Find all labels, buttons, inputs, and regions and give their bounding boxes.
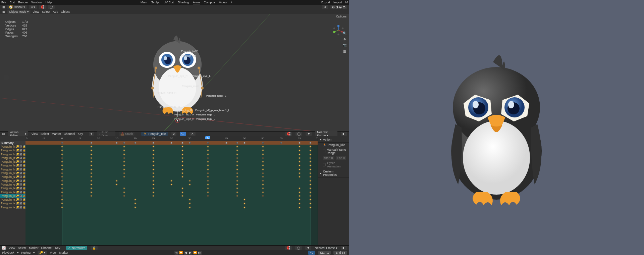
keyframe[interactable] bbox=[116, 142, 118, 144]
keyframe[interactable] bbox=[244, 202, 246, 205]
start-frame-input[interactable]: Start 0 bbox=[323, 156, 334, 160]
channel-toggle[interactable]: 🔑 bbox=[16, 149, 19, 152]
keyframe[interactable] bbox=[152, 161, 155, 163]
channel-toggle[interactable]: 🔑 bbox=[16, 160, 19, 163]
keyframe[interactable] bbox=[236, 191, 238, 193]
dope-menu[interactable]: Select bbox=[41, 132, 49, 136]
preview-viewport[interactable] bbox=[349, 0, 644, 255]
menu-export[interactable]: Export bbox=[321, 1, 330, 4]
keyframe[interactable] bbox=[262, 195, 264, 197]
keyframe[interactable] bbox=[181, 145, 184, 148]
channel-toggle[interactable]: ☑ bbox=[19, 183, 22, 186]
keyframe[interactable] bbox=[181, 195, 184, 197]
channel-row[interactable]: Penguin_hand_L🔑☑🔒 bbox=[0, 149, 25, 152]
keyframe[interactable] bbox=[181, 142, 184, 144]
channel-toggle[interactable]: 🔑 bbox=[16, 145, 19, 148]
workspace-tab[interactable]: Compos bbox=[204, 1, 215, 4]
keyframe[interactable] bbox=[309, 168, 312, 170]
viewport-menu[interactable]: Add bbox=[53, 10, 58, 13]
end-frame-input[interactable]: End 68 bbox=[333, 251, 347, 255]
workspace-tab[interactable]: Shading bbox=[178, 1, 189, 4]
workspace-tab[interactable]: Sculpt bbox=[151, 1, 159, 4]
channel-toggle[interactable]: 🔑 bbox=[16, 183, 19, 186]
panel-toggle[interactable]: ◧ bbox=[341, 132, 347, 136]
keyframe[interactable] bbox=[309, 187, 312, 190]
keyframe[interactable] bbox=[181, 164, 184, 167]
keyframe[interactable] bbox=[298, 157, 301, 159]
keyframe[interactable] bbox=[123, 153, 125, 155]
keyframe[interactable] bbox=[181, 149, 184, 152]
channel-row[interactable]: Penguin_tuft1🔑☑🔒 bbox=[0, 198, 25, 201]
keyframe[interactable] bbox=[298, 145, 301, 148]
lock-icon[interactable]: 🔒 bbox=[91, 246, 98, 250]
keyframe[interactable] bbox=[262, 153, 264, 155]
keyframe[interactable] bbox=[61, 168, 63, 170]
dope-menu[interactable]: Channel bbox=[64, 132, 75, 136]
keyframe[interactable] bbox=[298, 195, 301, 197]
channel-toggle[interactable]: 🔑 bbox=[16, 157, 19, 159]
keyframe[interactable] bbox=[61, 149, 63, 152]
channel-toggle[interactable]: ☑ bbox=[19, 180, 22, 182]
jump-end-icon[interactable]: ⏭ bbox=[198, 251, 202, 255]
options-dropdown[interactable]: Options bbox=[336, 15, 346, 18]
keyframe[interactable] bbox=[123, 161, 125, 163]
perspective-icon[interactable]: ▦ bbox=[342, 49, 347, 54]
channel-toggle[interactable]: 🔒 bbox=[23, 168, 25, 171]
keyframe[interactable] bbox=[309, 180, 312, 182]
current-frame-input[interactable]: 40 bbox=[308, 251, 315, 255]
keyframe[interactable] bbox=[181, 153, 184, 155]
keyframe[interactable] bbox=[298, 191, 301, 193]
keyframe[interactable] bbox=[61, 164, 63, 167]
channel-toggle[interactable]: ☑ bbox=[19, 206, 22, 209]
keyframe[interactable] bbox=[236, 149, 238, 152]
channel-toggle[interactable]: 🔑 bbox=[16, 164, 19, 167]
channel-toggle[interactable]: ☑ bbox=[19, 149, 22, 152]
keyframe[interactable] bbox=[152, 180, 155, 182]
keyframe[interactable] bbox=[262, 149, 264, 152]
keyframe[interactable] bbox=[170, 180, 173, 182]
keyframe[interactable] bbox=[225, 142, 227, 144]
keyframe[interactable] bbox=[309, 183, 312, 186]
menu-render[interactable]: Render bbox=[18, 1, 28, 4]
keyframe[interactable] bbox=[90, 180, 92, 182]
frame-ruler[interactable]: -10-50510152025303540455055606570 bbox=[25, 136, 318, 141]
channel-toggle[interactable]: ☑ bbox=[19, 164, 22, 167]
keyframe[interactable] bbox=[61, 157, 63, 159]
keyframe[interactable] bbox=[244, 206, 246, 208]
keyframe[interactable] bbox=[262, 157, 264, 159]
penguin-model[interactable] bbox=[134, 28, 221, 122]
next-key-icon[interactable]: ⏩ bbox=[193, 251, 197, 255]
keyframe[interactable] bbox=[244, 142, 246, 144]
editor-type-icon[interactable]: ▤ bbox=[2, 132, 5, 136]
keyframe[interactable] bbox=[152, 157, 155, 159]
keyframe[interactable] bbox=[236, 153, 238, 155]
keyframe[interactable] bbox=[170, 142, 173, 144]
keyframe[interactable] bbox=[181, 157, 184, 159]
keyframe[interactable] bbox=[116, 180, 118, 182]
keyframe[interactable] bbox=[152, 149, 155, 152]
action-users[interactable]: 2 bbox=[171, 132, 176, 136]
channel-toggle[interactable]: ☑ bbox=[19, 160, 22, 163]
keyframe[interactable] bbox=[262, 183, 264, 186]
keyframe[interactable] bbox=[309, 172, 312, 174]
keyframe[interactable] bbox=[152, 164, 155, 167]
keyframe[interactable] bbox=[309, 176, 312, 178]
channel-toggle[interactable]: 🔒 bbox=[23, 145, 25, 148]
autosnap-toggle[interactable]: 🧲 bbox=[285, 246, 292, 250]
keyframe[interactable] bbox=[123, 168, 125, 170]
end-frame-input[interactable]: End 0 bbox=[336, 156, 346, 160]
keyframe[interactable] bbox=[262, 161, 264, 163]
channel-row[interactable]: Penguin_main🔑☑🔒 bbox=[0, 156, 25, 160]
fake-user-toggle[interactable]: 🛡 bbox=[180, 132, 186, 136]
action-datablock[interactable]: 🏃 Penguin_Idle bbox=[141, 132, 168, 136]
keyframe[interactable] bbox=[134, 206, 136, 208]
channel-toggle[interactable]: 🔑 bbox=[16, 175, 19, 178]
keyframe[interactable] bbox=[189, 202, 191, 205]
prev-key-icon[interactable]: ⏪ bbox=[179, 251, 183, 255]
channel-toggle[interactable]: 🔑 bbox=[16, 153, 19, 156]
keyframe[interactable] bbox=[152, 187, 155, 190]
viewport-menu[interactable]: View bbox=[33, 10, 39, 13]
scene-icon[interactable]: ▦ bbox=[2, 5, 5, 9]
menu-m[interactable]: M bbox=[345, 1, 348, 4]
timeline-menu[interactable]: View bbox=[9, 246, 15, 250]
